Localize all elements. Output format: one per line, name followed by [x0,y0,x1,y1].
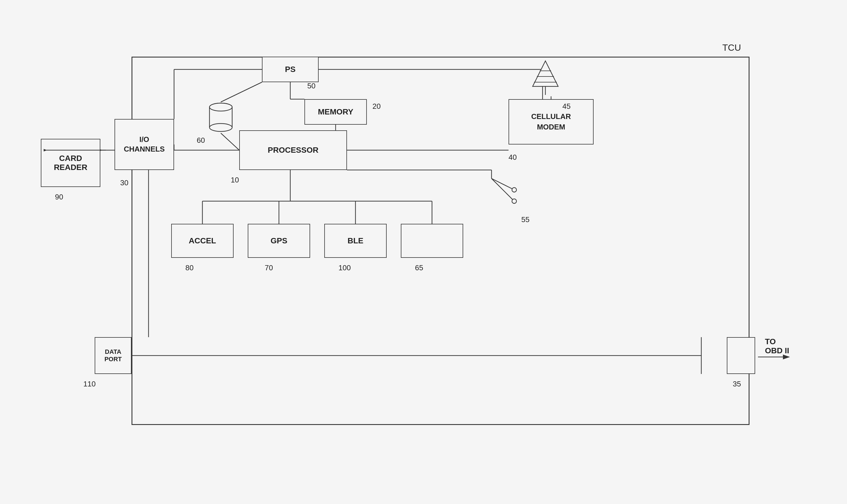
antenna-icon [531,59,560,96]
label-65: 65 [415,264,423,272]
label-10: 10 [231,176,239,184]
svg-point-37 [210,103,232,111]
label-50: 50 [307,82,316,90]
box-obd [727,337,755,374]
box-accel: ACCEL [171,224,233,258]
cylinder-icon [208,102,233,133]
label-80: 80 [186,264,194,272]
svg-marker-38 [533,61,558,86]
box-ble: BLE [324,224,387,258]
box-ps: PS [262,57,319,82]
label-30: 30 [120,179,128,187]
label-70: 70 [265,264,273,272]
box-gps: GPS [248,224,310,258]
box-dataport: DATAPORT [95,337,131,374]
label-55: 55 [521,215,530,224]
label-20: 20 [372,102,381,111]
label-110: 110 [83,380,95,389]
box-cellular: CELLULARMODEM [509,99,594,144]
diagram-container: TCU [27,25,820,479]
card-reader-arrow [43,146,109,155]
box-io: I/OCHANNELS [114,119,174,170]
label-60: 60 [197,136,205,145]
tcu-label: TCU [722,42,741,53]
label-90: 90 [55,193,63,201]
box-memory: MEMORY [304,99,367,125]
svg-point-36 [210,124,232,131]
label-100: 100 [338,264,351,272]
label-40: 40 [509,153,517,162]
box-processor: PROCESSOR [239,130,347,170]
obd-arrow [758,353,792,361]
label-45: 45 [562,102,571,111]
label-35: 35 [733,380,741,389]
box-65 [401,224,463,258]
